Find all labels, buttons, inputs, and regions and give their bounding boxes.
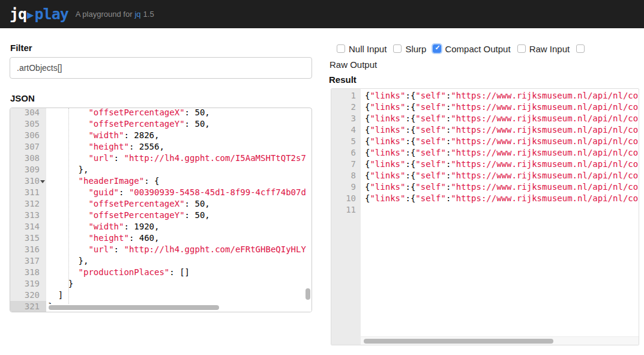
logo-play-text: play xyxy=(35,5,68,23)
code-line: "offsetPercentageY": 50, xyxy=(48,210,311,221)
gutter-line-number: 307 xyxy=(10,141,46,153)
gutter-line-number: 10 xyxy=(331,193,361,204)
result-hscroll-thumb[interactable] xyxy=(364,339,553,344)
gutter-line-number: 2 xyxy=(331,102,361,113)
result-editor-code: {"links":{"self":"https://www.rijksmuseu… xyxy=(361,89,639,345)
filter-input[interactable] xyxy=(10,57,312,79)
json-hscroll-thumb[interactable] xyxy=(49,305,219,310)
gutter-line-number: 304 xyxy=(10,108,46,118)
result-editor: 1234567891011 {"links":{"self":"https://… xyxy=(331,88,639,345)
json-horizontal-scrollbar[interactable] xyxy=(46,304,311,312)
checkbox-raw-input[interactable] xyxy=(517,44,526,53)
gutter-line-number: 308 xyxy=(10,153,46,164)
code-line: {"links":{"self":"https://www.rijksmuseu… xyxy=(365,124,639,136)
code-line: "url": "http://lh4.ggpht.com/I5AaMSHTtQT… xyxy=(48,153,311,164)
options-row: Null InputSlurpCompact OutputRaw Input xyxy=(337,43,585,54)
gutter-line-number: 319 xyxy=(10,278,46,290)
checkbox-slurp[interactable] xyxy=(393,44,402,53)
code-line: "height": 460, xyxy=(48,232,311,244)
gutter-line-number: 306 xyxy=(10,130,46,141)
gutter-line-number: 305 xyxy=(10,118,46,130)
code-line: "offsetPercentageY": 50, xyxy=(48,118,311,130)
option-slurp[interactable]: Slurp xyxy=(393,44,426,54)
code-line: {"links":{"self":"https://www.rijksmuseu… xyxy=(365,170,639,181)
code-line: "offsetPercentageX": 50, xyxy=(48,108,311,118)
gutter-line-number: 320 xyxy=(10,290,46,301)
gutter-line-number: 1 xyxy=(331,90,361,102)
gutter-line-number: 315 xyxy=(10,232,46,244)
code-line: "height": 2556, xyxy=(48,141,311,153)
gutter-line-number: 311 xyxy=(10,187,46,198)
gutter-line-number: 318 xyxy=(10,267,46,278)
code-line: }, xyxy=(48,255,311,267)
gutter-line-number: 313 xyxy=(10,210,46,221)
code-line: {"links":{"self":"https://www.rijksmuseu… xyxy=(365,90,639,102)
gutter-line-number: 4 xyxy=(331,124,361,136)
json-vscroll-thumb[interactable] xyxy=(305,288,310,300)
option-null-input[interactable]: Null Input xyxy=(337,44,387,54)
code-line: }, xyxy=(48,164,311,175)
tagline-version: 1.5 xyxy=(143,10,154,19)
code-line: "width": 2826, xyxy=(48,130,311,141)
checkbox-compact-output[interactable] xyxy=(433,44,441,53)
fold-arrow-icon[interactable] xyxy=(40,180,45,183)
play-triangle-icon: ▶ xyxy=(27,8,34,21)
jqplay-logo[interactable]: jq ▶ play xyxy=(10,5,68,23)
tagline: A playground forjq1.5 xyxy=(76,10,154,19)
gutter-line-number: 9 xyxy=(331,181,361,193)
logo-jq-text: jq xyxy=(10,5,26,23)
code-line: {"links":{"self":"https://www.rijksmuseu… xyxy=(365,102,639,113)
code-line: "url": "http://lh4.ggpht.com/eFRtGHBeQIy… xyxy=(48,244,311,255)
option-raw-input[interactable]: Raw Input xyxy=(517,44,570,54)
option-label: Raw Input xyxy=(529,44,570,54)
gutter-line-number: 7 xyxy=(331,159,361,170)
filter-heading: Filter xyxy=(10,43,32,53)
code-line: ] xyxy=(48,290,311,301)
checkbox-null-input[interactable] xyxy=(337,44,345,53)
gutter-line-number: 310 xyxy=(10,175,46,187)
gutter-line-number: 6 xyxy=(331,147,361,159)
result-horizontal-scrollbar[interactable] xyxy=(361,336,639,345)
gutter-line-number: 309 xyxy=(10,164,46,175)
code-line: {"links":{"self":"https://www.rijksmuseu… xyxy=(365,147,639,159)
option-compact-output[interactable]: Compact Output xyxy=(433,44,510,54)
option-label: Null Input xyxy=(349,44,387,54)
gutter-line-number: 321 xyxy=(10,301,46,312)
code-line: {"links":{"self":"https://www.rijksmuseu… xyxy=(365,193,639,204)
code-line: {"links":{"self":"https://www.rijksmuseu… xyxy=(365,136,639,147)
gutter-line-number: 3 xyxy=(331,113,361,124)
json-editor[interactable]: 3043053063073083093103113123133143153163… xyxy=(10,108,312,312)
gutter-line-number: 8 xyxy=(331,170,361,181)
code-line: "width": 1920, xyxy=(48,221,311,232)
gutter-line-number: 5 xyxy=(331,136,361,147)
gutter-line-number: 314 xyxy=(10,221,46,232)
code-line: {"links":{"self":"https://www.rijksmuseu… xyxy=(365,181,639,193)
gutter-line-number: 11 xyxy=(331,204,361,216)
code-line: "headerImage": { xyxy=(48,175,311,187)
code-line: "productionPlaces": [] xyxy=(48,267,311,278)
result-editor-gutter: 1234567891011 xyxy=(331,89,361,345)
checkbox-raw-output[interactable] xyxy=(576,44,585,53)
code-line: "guid": "00390939-5458-45d1-8f99-4cff74b… xyxy=(48,187,311,198)
option-label: Slurp xyxy=(405,44,426,54)
raw-output-label[interactable]: Raw Output xyxy=(330,59,377,70)
gutter-line-number: 312 xyxy=(10,198,46,210)
code-line: {"links":{"self":"https://www.rijksmuseu… xyxy=(365,113,639,124)
code-line: } xyxy=(48,278,311,290)
jq-link[interactable]: jq xyxy=(134,10,140,19)
code-line: "offsetPercentageX": 50, xyxy=(48,198,311,210)
code-line xyxy=(365,204,639,216)
option-label: Compact Output xyxy=(445,44,510,54)
header: jq ▶ play A playground forjq1.5 xyxy=(0,0,644,28)
result-heading: Result xyxy=(329,74,357,85)
json-editor-code[interactable]: "offsetPercentageX": 50, "offsetPercenta… xyxy=(46,108,311,312)
json-heading: JSON xyxy=(10,93,35,103)
tagline-prefix: A playground for xyxy=(76,10,133,19)
gutter-line-number: 316 xyxy=(10,244,46,255)
json-editor-gutter: 3043053063073083093103113123133143153163… xyxy=(10,108,46,312)
code-line: {"links":{"self":"https://www.rijksmuseu… xyxy=(365,159,639,170)
gutter-line-number: 317 xyxy=(10,255,46,267)
